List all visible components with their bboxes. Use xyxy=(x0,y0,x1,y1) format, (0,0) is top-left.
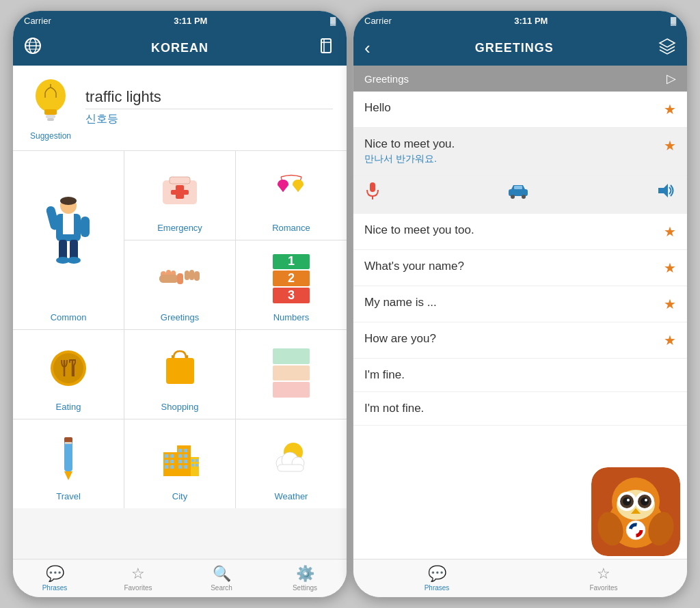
play-icon[interactable]: ▷ xyxy=(667,71,676,86)
eating-label: Eating xyxy=(56,402,81,412)
phrase-row-myname[interactable]: My name is ... ★ xyxy=(353,286,687,322)
svg-point-24 xyxy=(67,257,81,264)
grid-cell-weather[interactable]: Weather xyxy=(236,419,347,508)
phrase-row-nice2[interactable]: Nice to meet you too. ★ xyxy=(353,214,687,250)
svg-rect-54 xyxy=(170,454,174,458)
svg-rect-81 xyxy=(514,186,522,189)
shopping-label: Shopping xyxy=(161,402,199,412)
svg-rect-59 xyxy=(178,449,182,452)
phrase-kr-nice: 만나서 반가워요. xyxy=(364,153,664,165)
svg-point-95 xyxy=(623,497,631,506)
phrase-en-name: What's your name? xyxy=(364,260,664,273)
settings-icon-1: ⚙️ xyxy=(296,565,314,583)
svg-point-97 xyxy=(627,499,630,501)
status-bar-2: Carrier 3:11 PM ▓ xyxy=(353,11,687,30)
grid-cell-travel[interactable]: Travel xyxy=(13,419,124,508)
svg-rect-37 xyxy=(189,270,194,280)
tab-phrases-2[interactable]: 💬 Phrases xyxy=(353,559,520,597)
star-nice2[interactable]: ★ xyxy=(664,223,676,240)
tab-favorites-1[interactable]: ☆ Favorites xyxy=(96,559,180,597)
romance-label: Romance xyxy=(272,223,310,233)
svg-rect-65 xyxy=(178,465,182,469)
back-button[interactable]: ‹ xyxy=(364,38,371,59)
grid-cell-greetings[interactable]: Greetings xyxy=(124,240,235,329)
grid-cell-common[interactable]: Common xyxy=(13,151,124,329)
layers-icon[interactable] xyxy=(658,37,676,59)
svg-rect-63 xyxy=(178,460,182,463)
tab-phrases-1[interactable]: 💬 Phrases xyxy=(13,559,96,597)
tab-favorites-2[interactable]: ☆ Favorites xyxy=(520,559,687,597)
grid-cell-eating[interactable]: Eating xyxy=(13,330,124,419)
phrase-row-fine[interactable]: I'm fine. xyxy=(353,359,687,392)
tab-phrases-label-2: Phrases xyxy=(425,584,450,592)
mic-icon[interactable] xyxy=(364,181,381,204)
korean-title: KOREAN xyxy=(151,41,208,55)
svg-rect-10 xyxy=(46,115,55,118)
grid-cell-numbers2[interactable] xyxy=(236,330,347,419)
tab-bar-1: 💬 Phrases ☆ Favorites 🔍 Search ⚙️ Settin… xyxy=(13,559,347,597)
svg-marker-48 xyxy=(64,471,72,480)
svg-rect-44 xyxy=(166,358,194,384)
svg-marker-84 xyxy=(658,184,668,197)
carrier-1: Carrier xyxy=(24,16,51,26)
svg-point-16 xyxy=(60,197,77,205)
phrase-en-notfine: I'm not fine. xyxy=(364,402,676,415)
common-label: Common xyxy=(51,312,87,322)
greetings-header: ‹ GREETINGS xyxy=(353,30,687,66)
time-2: 3:11 PM xyxy=(514,16,548,26)
header-korean: KOREAN xyxy=(13,30,347,66)
grid-cell-city[interactable]: City xyxy=(124,419,235,508)
svg-rect-39 xyxy=(177,273,183,284)
phrase-row-hello[interactable]: Hello ★ xyxy=(353,92,687,128)
speaker-icon[interactable] xyxy=(656,182,676,204)
suggestion-translation: 신호등 xyxy=(85,112,333,126)
phrase-row-name[interactable]: What's your name? ★ xyxy=(353,250,687,286)
star-how[interactable]: ★ xyxy=(664,332,676,348)
svg-rect-28 xyxy=(171,190,189,195)
phone-greetings: Carrier 3:11 PM ▓ ‹ GREETINGS Greetings … xyxy=(353,10,688,598)
phrase-row-notfine[interactable]: I'm not fine. xyxy=(353,392,687,426)
svg-point-82 xyxy=(511,195,515,199)
svg-rect-69 xyxy=(196,459,198,462)
phrase-controls xyxy=(353,176,687,214)
svg-rect-26 xyxy=(170,177,190,184)
suggestion-text: traffic lights 신호등 xyxy=(85,88,333,126)
tab-favorites-label-2: Favorites xyxy=(589,584,617,592)
svg-marker-77 xyxy=(660,39,675,47)
phone-korean: Carrier 3:11 PM ▓ KOREAN xyxy=(12,10,347,598)
svg-point-96 xyxy=(641,497,649,506)
car-icon[interactable] xyxy=(506,182,530,203)
star-name[interactable]: ★ xyxy=(664,260,676,276)
svg-rect-50 xyxy=(65,442,72,444)
suggestion-label: Suggestion xyxy=(30,131,71,141)
grid-cell-romance[interactable]: Romance xyxy=(236,151,347,240)
grid-cell-shopping[interactable]: Shopping xyxy=(124,330,235,419)
svg-rect-18 xyxy=(63,214,74,234)
star-hello[interactable]: ★ xyxy=(664,101,676,118)
svg-rect-35 xyxy=(159,275,178,283)
phrase-en-how: How are you? xyxy=(364,332,664,346)
grid-cell-numbers[interactable]: 1 2 3 Numbers xyxy=(236,240,347,329)
tab-search-1[interactable]: 🔍 Search xyxy=(180,559,263,597)
svg-rect-70 xyxy=(191,464,194,467)
weather-label: Weather xyxy=(275,491,308,501)
phrase-row-how[interactable]: How are you? ★ xyxy=(353,322,687,359)
svg-rect-68 xyxy=(191,459,194,462)
phones-container: Carrier 3:11 PM ▓ KOREAN xyxy=(0,0,700,608)
tab-settings-1[interactable]: ⚙️ Settings xyxy=(263,559,347,597)
tab-settings-label-1: Settings xyxy=(293,584,317,592)
phrase-row-nice[interactable]: Nice to meet you. 만나서 반가워요. ★ xyxy=(353,128,687,176)
tab-bar-2: 💬 Phrases ☆ Favorites xyxy=(353,559,687,597)
grid-cell-emergency[interactable]: Emergency xyxy=(124,151,235,240)
status-icons-1: ▓ xyxy=(330,16,336,25)
svg-rect-55 xyxy=(165,460,168,463)
globe-icon[interactable] xyxy=(24,37,42,59)
phrase-en-hello: Hello xyxy=(364,101,664,115)
lightbulb-icon xyxy=(27,74,75,128)
carrier-2: Carrier xyxy=(364,16,392,26)
svg-rect-36 xyxy=(194,271,200,281)
star-nice[interactable]: ★ xyxy=(664,137,676,154)
svg-rect-53 xyxy=(165,454,168,458)
book-icon[interactable] xyxy=(318,37,336,59)
star-myname[interactable]: ★ xyxy=(664,296,676,312)
